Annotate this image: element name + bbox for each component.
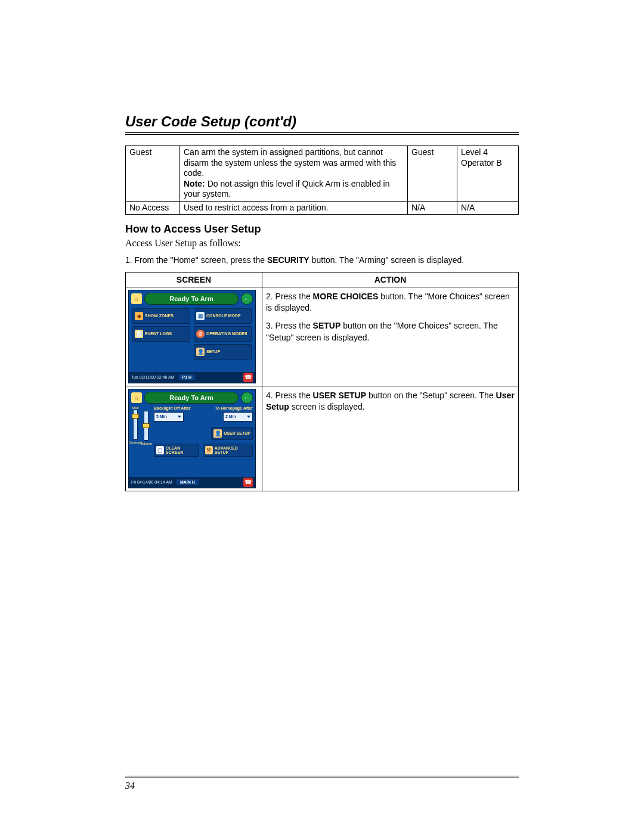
- back-icon: ←: [241, 392, 253, 404]
- chevron-down-icon: [247, 416, 250, 418]
- setup-button[interactable]: 👤 SETUP: [194, 344, 252, 360]
- gear-icon: ⚙: [196, 330, 205, 338]
- table-row: Guest Can arm the system in assigned par…: [126, 146, 519, 202]
- device-screenshot-setup: ⌂ Ready To Arm ← Max Contrast: [128, 389, 256, 488]
- alarm-icon: ☎: [243, 478, 253, 487]
- cube-icon: ◆: [135, 312, 143, 320]
- user-setup-button[interactable]: 👤 USER SETUP: [211, 427, 253, 440]
- show-zones-button[interactable]: ◆ SHOW ZONES: [132, 308, 190, 324]
- doc-icon: 📄: [135, 330, 143, 338]
- action-cell: 2. Press the MORE CHOICES button. The "M…: [262, 287, 519, 386]
- partition-tag: MAIN H: [176, 479, 199, 485]
- home-icon: ⌂: [131, 293, 142, 304]
- volume-label: Volume: [140, 442, 152, 445]
- cell-na: N/A: [457, 201, 519, 215]
- user-level-table: Guest Can arm the system in assigned par…: [125, 145, 519, 215]
- step-1: 1. From the "Home" screen, press the SEC…: [125, 255, 519, 266]
- advanced-setup-button[interactable]: ⚒ ADVANCED SETUP: [203, 444, 253, 457]
- cell-level: Guest: [126, 146, 180, 202]
- intro-text: Access User Setup as follows:: [125, 238, 519, 249]
- col-action: ACTION: [262, 272, 519, 287]
- table-row: ⌂ Ready To Arm ← Max Contrast: [126, 386, 519, 491]
- cell-operator: Level 4 Operator B: [457, 146, 519, 202]
- operating-modes-button[interactable]: ⚙ OPERATING MODES: [194, 326, 252, 342]
- cell-desc: Can arm the system in assigned partition…: [180, 146, 408, 202]
- table-row: No Access Used to restrict access from a…: [126, 201, 519, 215]
- screen-action-table: SCREEN ACTION ⌂ Ready To Arm ← ◆: [125, 272, 519, 491]
- blank: [132, 344, 190, 360]
- col-screen: SCREEN: [126, 272, 262, 287]
- chevron-down-icon: [178, 416, 181, 418]
- backlight-dropdown[interactable]: 5 Min: [154, 412, 184, 422]
- cell-na: N/A: [408, 201, 457, 215]
- page-title: User Code Setup (cont'd): [125, 113, 519, 135]
- homepage-dropdown[interactable]: 2 Min: [223, 412, 253, 422]
- advanced-icon: ⚒: [205, 446, 213, 454]
- homepage-label: To Homepage After: [215, 406, 253, 410]
- alarm-icon: ☎: [243, 373, 253, 382]
- device-timestamp: Tue 01/11/00 02:46 AM: [131, 375, 175, 379]
- person-icon: 👤: [213, 429, 222, 438]
- cell-guest: Guest: [408, 146, 457, 202]
- console-mode-button[interactable]: ▦ CONSOLE MODE: [194, 308, 252, 324]
- table-row: ⌂ Ready To Arm ← ◆ SHOW ZONES ▦: [126, 287, 519, 386]
- device-timestamp: Fri 04/14/00 04:14 AM: [131, 480, 172, 484]
- partition-tag: P1 H: [178, 374, 196, 380]
- action-cell: 4. Press the USER SETUP button on the "S…: [262, 386, 519, 491]
- volume-slider[interactable]: [144, 411, 148, 441]
- person-icon: 👤: [196, 348, 205, 356]
- status-pill: Ready To Arm: [144, 293, 239, 305]
- event-logs-button[interactable]: 📄 EVENT LOGS: [132, 326, 190, 342]
- clean-icon: ▢: [156, 446, 164, 454]
- backlight-label: Backlight Off After: [154, 406, 191, 410]
- home-icon: ⌂: [131, 392, 142, 403]
- back-icon: ←: [241, 293, 253, 305]
- cell-level: No Access: [126, 201, 180, 215]
- status-pill: Ready To Arm: [144, 392, 239, 404]
- clean-screen-button[interactable]: ▢ CLEAN SCREEN: [154, 444, 199, 457]
- contrast-slider[interactable]: [133, 410, 138, 439]
- grid-icon: ▦: [196, 312, 205, 320]
- page-number: 34: [125, 776, 519, 791]
- device-screenshot-more-choices: ⌂ Ready To Arm ← ◆ SHOW ZONES ▦: [128, 290, 256, 383]
- section-heading: How to Access User Setup: [125, 223, 519, 236]
- cell-desc: Used to restrict access from a partition…: [180, 201, 408, 215]
